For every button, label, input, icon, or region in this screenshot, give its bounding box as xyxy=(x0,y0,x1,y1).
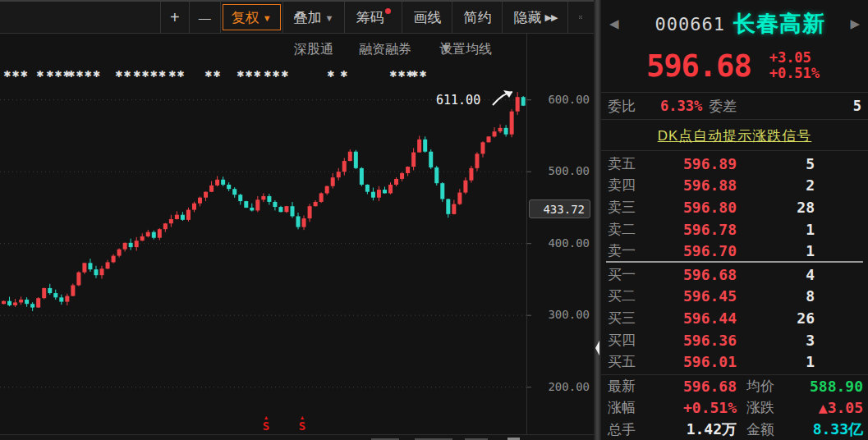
kline-chart[interactable] xyxy=(0,0,594,440)
weibi-label: 委比 xyxy=(608,97,636,116)
book-price: 596.70 xyxy=(650,242,737,259)
book-price: 596.80 xyxy=(650,199,737,216)
collapse-panel-handle[interactable] xyxy=(595,332,600,364)
book-price: 596.68 xyxy=(650,266,737,283)
stat-row: 总手1.42万金额8.33亿 xyxy=(601,419,868,440)
bid-row: 买一596.684 xyxy=(601,264,868,286)
signal-s-marker: ▲S xyxy=(260,414,272,430)
book-price: 596.78 xyxy=(650,221,737,238)
book-qty: 1 xyxy=(739,242,815,259)
book-qty: 1 xyxy=(739,221,815,238)
ask-row: 卖四596.882 xyxy=(601,175,868,197)
book-qty: 8 xyxy=(739,287,815,305)
book-qty: 4 xyxy=(739,266,815,283)
book-level-label: 卖四 xyxy=(608,176,650,195)
book-qty: 3 xyxy=(739,332,815,349)
book-price: 596.01 xyxy=(650,353,737,370)
stat-value: 1.42万 xyxy=(650,419,737,439)
weibi-value: 6.33% xyxy=(660,98,702,114)
book-level-label: 卖二 xyxy=(608,220,650,239)
book-level-label: 买五 xyxy=(608,352,650,371)
stat-row: 涨幅+0.51%涨跌▲3.05 xyxy=(601,397,868,419)
ask-row: 卖二596.781 xyxy=(601,218,868,241)
price-change-pct: +0.51% xyxy=(769,66,820,81)
panel-splitter[interactable] xyxy=(594,0,601,440)
price-axis-label: 600.00 xyxy=(535,93,590,106)
stats-block: 最新596.68均价588.90涨幅+0.51%涨跌▲3.05总手1.42万金额… xyxy=(601,374,868,440)
dk-signal-row: DK点自动提示涨跌信号 xyxy=(601,121,868,151)
ask-book: 卖五596.895卖四596.882卖三596.8028卖二596.781卖一5… xyxy=(601,153,868,262)
last-price: 596.68 xyxy=(646,48,751,84)
book-level-label: 买三 xyxy=(608,309,650,328)
prev-stock-arrow-icon[interactable]: ◀ xyxy=(609,16,619,31)
ask-row: 卖三596.8028 xyxy=(601,196,868,218)
bid-row: 买二596.458 xyxy=(601,286,868,308)
price-axis: 433.72 600.00500.00400.00300.00200.00 xyxy=(526,34,594,435)
stat-label: 金额 xyxy=(746,420,774,439)
stat-label: 均价 xyxy=(746,377,774,396)
book-level-label: 买一 xyxy=(608,265,650,284)
crosshair-price-badge: 433.72 xyxy=(529,199,590,218)
book-level-label: 卖三 xyxy=(608,198,650,217)
bid-book: 买一596.684买二596.458买三596.4426买四596.363买五5… xyxy=(601,264,868,373)
stock-code: 000661 xyxy=(655,14,725,34)
price-axis-label: 400.00 xyxy=(535,236,590,250)
price-axis-label: 200.00 xyxy=(535,380,590,393)
ask-row: 卖一596.701 xyxy=(601,240,868,262)
book-separator xyxy=(606,261,863,263)
price-row: 596.68 +3.05 +0.51% xyxy=(601,43,868,89)
signal-s-marker: ▲S xyxy=(296,414,308,430)
ask-row: 卖五596.895 xyxy=(601,153,868,175)
price-change: +3.05 xyxy=(769,50,820,66)
stock-trading-app: + — 复权 ▼ 叠加 ▼ 筹码 画线 简约 隐藏 ▶▶ xyxy=(0,0,868,440)
book-price: 596.36 xyxy=(650,332,737,349)
book-qty: 28 xyxy=(739,199,815,216)
book-qty: 2 xyxy=(739,176,815,194)
book-qty: 26 xyxy=(739,309,815,327)
weibi-row: 委比 6.33% 委差 5 xyxy=(601,92,868,120)
dk-signal-link[interactable]: DK点自动提示涨跌信号 xyxy=(658,126,812,145)
book-qty: 1 xyxy=(739,353,815,370)
stat-value: 588.90 xyxy=(810,378,863,395)
stat-label: 涨幅 xyxy=(608,398,650,417)
stat-row: 最新596.68均价588.90 xyxy=(601,375,868,397)
stat-value: +0.51% xyxy=(650,399,737,416)
stat-value: ▲3.05 xyxy=(819,399,863,416)
book-price: 596.88 xyxy=(650,176,737,194)
chart-section: + — 复权 ▼ 叠加 ▼ 筹码 画线 简约 隐藏 ▶▶ xyxy=(0,0,594,440)
weicha-value: 5 xyxy=(853,98,861,114)
book-price: 596.45 xyxy=(650,287,737,305)
stat-label: 涨跌 xyxy=(746,398,774,417)
stat-label: 最新 xyxy=(608,377,650,396)
stat-value: 8.33亿 xyxy=(813,419,863,439)
bid-row: 买三596.4426 xyxy=(601,307,868,329)
price-axis-label: 300.00 xyxy=(535,308,590,321)
quote-panel: ◀ 000661 长春高新 ▶ 596.68 +3.05 +0.51% 委比 6… xyxy=(601,0,868,440)
book-price: 596.89 xyxy=(650,155,737,172)
book-level-label: 卖五 xyxy=(608,154,650,173)
bid-row: 买四596.363 xyxy=(601,329,868,351)
quote-header: ◀ 000661 长春高新 ▶ xyxy=(601,8,868,39)
stat-value: 596.68 xyxy=(650,378,737,395)
book-price: 596.44 xyxy=(650,309,737,327)
book-qty: 5 xyxy=(739,155,815,172)
book-level-label: 买二 xyxy=(608,286,650,305)
peak-price-annotation: 611.00 xyxy=(436,93,480,108)
book-level-label: 买四 xyxy=(608,331,650,350)
time-axis-strip xyxy=(0,434,594,440)
stat-label: 总手 xyxy=(608,420,650,439)
next-stock-arrow-icon[interactable]: ▶ xyxy=(850,16,860,31)
price-axis-label: 500.00 xyxy=(535,164,590,177)
weicha-label: 委差 xyxy=(709,97,737,116)
stock-name: 长春高新 xyxy=(733,9,825,39)
bid-row: 买五596.011 xyxy=(601,351,868,373)
book-level-label: 卖一 xyxy=(608,241,650,260)
